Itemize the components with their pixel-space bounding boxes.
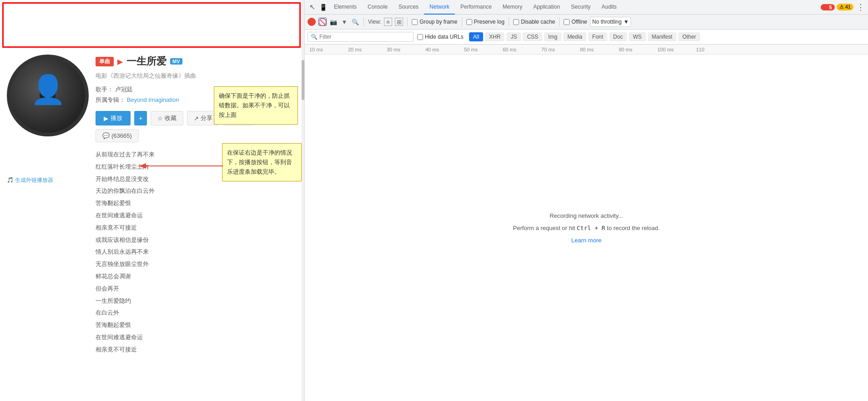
play-button[interactable]: ▶ 播放 [96, 111, 131, 125]
lyric-line-13: 一生所爱隐约 [96, 296, 300, 306]
network-content-area: Recording network activity... Perform a … [305, 55, 868, 401]
tab-elements[interactable]: Elements [328, 0, 362, 15]
view-label: View: [368, 19, 381, 25]
collect-icon: ☆ [157, 115, 163, 122]
devtools-device-icon[interactable]: 📱 [318, 2, 328, 13]
annotation-2-text: 在保证右边是干净的情况下，按播放按钮，等到音乐进度条加载完毕。 [227, 149, 292, 175]
filter-type-xhr[interactable]: XHR [485, 32, 505, 41]
clear-button[interactable]: 🚫 [318, 18, 327, 26]
error-count: 5 [829, 5, 832, 10]
tag-arrow-icon: ▶ [117, 57, 123, 66]
view-grid-icon[interactable]: ⊞ [395, 18, 403, 26]
toolbar-separator-5 [559, 17, 560, 26]
lyric-line-8: 或我应该相信是缘份 [96, 236, 300, 245]
song-subtitle: 电影《西游记大结局之仙履奇缘》插曲 [96, 72, 300, 80]
filter-type-all[interactable]: All [469, 32, 483, 41]
group-by-frame-text: Group by frame [419, 19, 457, 25]
mv-badge[interactable]: MV [170, 58, 182, 65]
webpage-panel: 👤 单曲 ▶ 一生所爱 MV 电影《西游记大结局之仙履奇缘》插曲 歌手： 卢冠廷… [0, 0, 305, 401]
throttle-arrow-icon: ▼ [623, 19, 629, 25]
search-icon[interactable]: 🔍 [351, 18, 359, 26]
red-border-annotation-box [2, 2, 301, 48]
tab-performance[interactable]: Performance [455, 0, 497, 15]
warning-icon: ⚠ [839, 4, 844, 10]
webpage-scrollbar[interactable] [302, 0, 304, 401]
devtools-more-icon[interactable]: ⋮ [855, 2, 866, 13]
recording-text: Recording network activity... [550, 212, 623, 219]
singer-name: 卢冠廷 [115, 86, 133, 93]
tab-network[interactable]: Network [424, 0, 455, 15]
preserve-log-checkbox[interactable] [466, 19, 472, 25]
collect-button[interactable]: ☆ 收藏 [151, 111, 183, 125]
tab-memory[interactable]: Memory [497, 0, 528, 15]
filter-type-manifest[interactable]: Manifest [648, 32, 676, 41]
singer-label: 歌手： [96, 86, 113, 93]
filter-type-doc[interactable]: Doc [609, 32, 627, 41]
filter-type-ws[interactable]: WS [629, 32, 646, 41]
hide-data-urls-text: Hide data URLs [425, 34, 464, 40]
song-title-row: 单曲 ▶ 一生所爱 MV [96, 55, 300, 68]
toolbar-separator-4 [509, 17, 509, 26]
tab-audits[interactable]: Audits [596, 0, 622, 15]
lyric-line-12: 但会再开 [96, 284, 300, 294]
disable-cache-label[interactable]: Disable cache [513, 19, 555, 25]
filter-input[interactable] [319, 34, 410, 40]
offline-label[interactable]: Offline [564, 19, 587, 25]
view-list-icon[interactable]: ≡ [384, 18, 392, 26]
group-by-frame-checkbox[interactable] [412, 19, 418, 25]
scrollbar-thumb[interactable] [302, 60, 304, 100]
warning-badge: ⚠ 41 [837, 4, 853, 10]
throttle-dropdown[interactable]: No throttling ▼ [590, 17, 631, 27]
filter-type-font[interactable]: Font [588, 32, 607, 41]
filter-icon[interactable]: ▼ [340, 18, 348, 26]
tick-80ms: 80 ms [580, 47, 619, 52]
lyric-line-15: 苦海翻起爱恨 [96, 321, 300, 330]
generate-link[interactable]: 🎵 生成外链播放器 [7, 176, 53, 184]
devtools-panel: ↖ 📱 Elements Console Sources Network Per… [305, 0, 868, 401]
lyric-line-6: 在世间难逃避命运 [96, 211, 300, 221]
hide-data-urls-label[interactable]: Hide data URLs [417, 34, 464, 40]
lyric-line-11: 鲜花总会凋谢 [96, 272, 300, 281]
group-by-frame-label[interactable]: Group by frame [412, 19, 457, 25]
tab-application[interactable]: Application [528, 0, 565, 15]
tab-security[interactable]: Security [565, 0, 596, 15]
camera-icon[interactable]: 📷 [329, 18, 338, 26]
filter-type-other[interactable]: Other [678, 32, 700, 41]
lyric-line-4: 天边的你飘泊在白云外 [96, 186, 300, 196]
preserve-log-label[interactable]: Preserve log [466, 19, 505, 25]
album-link[interactable]: Beyond Imagination [127, 96, 179, 103]
play-icon: ▶ [104, 115, 108, 122]
disable-cache-text: Disable cache [521, 19, 555, 25]
lyric-line-16: 在世间难逃避命运 [96, 333, 300, 342]
record-button[interactable] [308, 18, 316, 26]
devtools-pointer-icon[interactable]: ↖ [307, 2, 318, 13]
filter-type-media[interactable]: Media [563, 32, 586, 41]
collect-label: 收藏 [165, 114, 177, 122]
tick-20ms: 20 ms [348, 47, 387, 52]
toolbar-separator-2 [407, 17, 408, 26]
tab-sources[interactable]: Sources [393, 0, 424, 15]
filter-type-img[interactable]: Img [544, 32, 561, 41]
lyric-line-7: 相亲竟不可接近 [96, 223, 300, 233]
tick-50ms: 50 ms [464, 47, 503, 52]
album-cover-area: 👤 [7, 55, 89, 145]
lyric-line-10: 无言独坐放眼尘世外 [96, 260, 300, 269]
lyric-line-17: 相亲竟不可接近 [96, 345, 300, 355]
disable-cache-checkbox[interactable] [513, 19, 519, 25]
filter-type-js[interactable]: JS [506, 32, 521, 41]
error-dot [823, 6, 827, 10]
hide-data-urls-checkbox[interactable] [417, 34, 423, 40]
tick-60ms: 60 ms [503, 47, 541, 52]
comment-button[interactable]: 💬 (63665) [96, 129, 139, 142]
share-label: 分享 [201, 114, 212, 122]
perform-text: Perform a request or hit Ctrl + R to rec… [513, 225, 660, 231]
tick-110ms: 110 [696, 47, 735, 52]
plus-button[interactable]: + [134, 111, 147, 125]
album-art: 👤 [7, 55, 89, 136]
learn-more-link[interactable]: Learn more [571, 237, 601, 244]
filter-type-css[interactable]: CSS [523, 32, 542, 41]
tab-console[interactable]: Console [362, 0, 393, 15]
annotation-box-2: 在保证右边是干净的情况下，按播放按钮，等到音乐进度条加载完毕。 [222, 143, 302, 181]
filter-input-wrap: 🔍 [308, 32, 414, 42]
offline-checkbox[interactable] [564, 19, 570, 25]
